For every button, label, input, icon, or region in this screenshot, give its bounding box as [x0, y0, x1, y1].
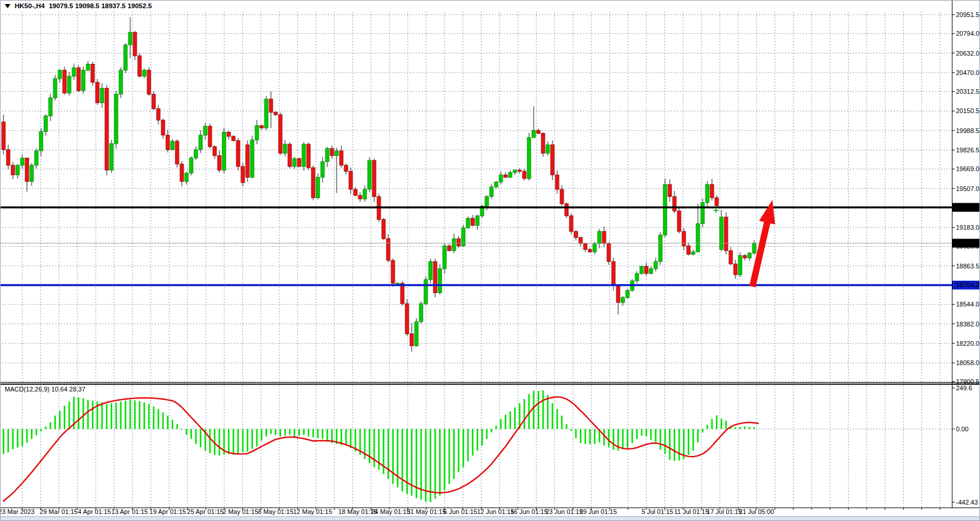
candle-bull	[222, 132, 226, 171]
macd-histogram-bar	[322, 429, 324, 439]
macd-histogram-bar	[725, 421, 727, 429]
macd-histogram-bar	[153, 407, 155, 429]
macd-histogram-bar	[566, 424, 568, 429]
candle-bear	[565, 204, 568, 216]
macd-histogram-bar	[693, 429, 694, 451]
macd-histogram-bar	[280, 429, 282, 437]
candle-bull	[368, 161, 371, 189]
price-axis-label: 20150.5	[956, 107, 979, 114]
candle-bear	[180, 164, 184, 182]
macd-histogram-bar	[308, 429, 310, 437]
macd-histogram-bar	[486, 429, 488, 439]
price-tag-label: 19052.5	[956, 240, 979, 247]
chart-header: HK50-,H4 19079.5 19098.5 18937.5 19052.5	[5, 2, 152, 9]
candle-bull	[204, 126, 207, 135]
macd-histogram-bar	[740, 427, 741, 429]
candle-bear	[260, 125, 263, 128]
candle-bull	[640, 266, 643, 273]
candle-bear	[386, 239, 390, 260]
candle-bull	[21, 158, 24, 165]
macd-axis-label: -442.43	[956, 499, 978, 506]
candle-bear	[241, 166, 245, 183]
candle-bull	[429, 261, 432, 280]
candle-bull	[39, 131, 43, 151]
candle-bull	[189, 158, 193, 173]
macd-histogram-bar	[585, 429, 586, 444]
macd-histogram-bar	[716, 416, 718, 429]
macd-histogram-bar	[270, 429, 272, 434]
price-axis-label: 19183.0	[956, 224, 979, 231]
candle-bull	[626, 291, 629, 298]
candle-bear	[161, 120, 165, 135]
candle-bear	[2, 122, 5, 149]
candle-bull	[720, 217, 723, 249]
macd-histogram-bar	[144, 403, 145, 429]
candle-bear	[344, 165, 348, 171]
macd-histogram-bar	[388, 429, 389, 479]
macd-histogram-bar	[641, 429, 643, 435]
macd-histogram-bar	[327, 429, 328, 441]
candle-bear	[687, 246, 690, 254]
symbol-dropdown-icon[interactable]	[5, 4, 11, 8]
candle-bear	[227, 132, 230, 137]
macd-histogram-bar	[557, 409, 558, 429]
price-axis-label: 19826.5	[956, 147, 979, 154]
candle-bear	[246, 145, 249, 177]
macd-histogram-bar	[754, 427, 755, 429]
macd-histogram-bar	[36, 429, 38, 435]
macd-histogram-bar	[491, 429, 493, 433]
candle-bull	[302, 144, 306, 166]
macd-histogram-bar	[608, 429, 610, 447]
time-axis-label: 5 Jul 01:15	[642, 508, 673, 515]
macd-histogram-bar	[571, 429, 572, 431]
price-axis-label: 18382.0	[956, 321, 979, 328]
macd-histogram-bar	[749, 427, 751, 429]
macd-histogram-bar	[162, 413, 164, 429]
candle-bull	[513, 170, 517, 172]
macd-histogram-bar	[275, 429, 277, 435]
time-axis-label: 19 Apr 01:15	[150, 508, 186, 515]
macd-histogram-bar	[636, 429, 638, 439]
candle-bear	[645, 266, 648, 273]
macd-histogram-bar	[477, 429, 479, 451]
candle-bull	[438, 269, 442, 293]
candle-bull	[283, 144, 287, 153]
macd-histogram-bar	[589, 429, 591, 444]
candle-bear	[25, 158, 29, 182]
macd-histogram-bar	[50, 423, 52, 429]
candle-bull	[67, 76, 71, 93]
candle-bull	[546, 145, 550, 153]
macd-histogram-bar	[552, 403, 554, 429]
macd-histogram-bar	[345, 429, 347, 445]
price-tag-label: 18704.2	[956, 281, 979, 288]
candle-bull	[598, 231, 601, 244]
macd-histogram-bar	[721, 418, 723, 429]
time-axis-label: 25 Apr 01:15	[187, 508, 223, 515]
macd-histogram-bar	[500, 419, 502, 429]
macd-histogram-bar	[744, 427, 746, 429]
candle-bear	[518, 170, 521, 171]
time-axis-label: 29 Jun 01:15	[579, 508, 617, 515]
candle-bear	[91, 64, 94, 82]
candle-bear	[447, 246, 451, 251]
macd-histogram-bar	[83, 398, 84, 429]
candle-bull	[185, 173, 188, 181]
candlestick-chart[interactable]: 20951.520794.020632.020470.020312.520150…	[0, 0, 980, 521]
macd-histogram-bar	[313, 429, 314, 437]
candle-bull	[72, 68, 76, 76]
time-axis-label: 13 Apr 01:15	[111, 508, 148, 515]
macd-indicator-label: MACD(12,26,9) 10.64 28.37	[5, 386, 86, 393]
candle-bear	[471, 218, 474, 225]
macd-histogram-bar	[664, 429, 666, 454]
time-axis-label: 12 Jun 01:15	[477, 508, 514, 515]
macd-histogram-bar	[505, 415, 507, 429]
candle-bull	[621, 298, 625, 302]
candle-bull	[250, 140, 254, 178]
macd-histogram-bar	[59, 411, 61, 429]
macd-histogram-bar	[660, 429, 662, 450]
candle-bull	[171, 141, 174, 149]
candle-bear	[433, 261, 437, 292]
price-axis-label: 19507.0	[956, 185, 979, 192]
macd-histogram-bar	[228, 429, 230, 454]
candle-bear	[274, 113, 277, 115]
